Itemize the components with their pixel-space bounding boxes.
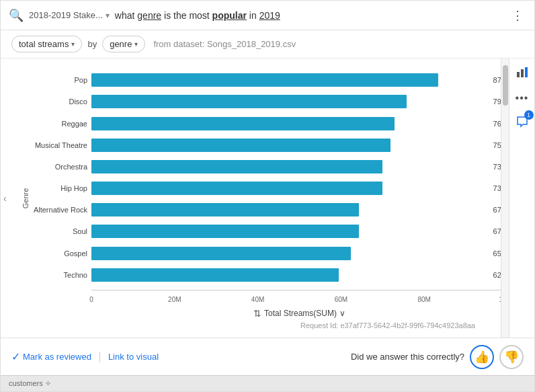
bar-label: Gospel [21, 249, 91, 258]
chart-area: Genre ‹ Pop87MDisco79MReggae76MMusical T… [1, 58, 534, 338]
table-row: Gospel65M [21, 244, 507, 263]
x-tick: 20M [168, 296, 181, 303]
thumbs-up-icon: 👍 [475, 350, 489, 364]
bar-track [91, 268, 491, 282]
bar-fill [91, 139, 390, 152]
table-row: Pop87M [21, 71, 507, 89]
header: 🔍 2018-2019 Stake... ▾ what genre is the… [1, 1, 534, 30]
bar-fill [91, 160, 382, 173]
bar-track [91, 117, 491, 130]
bar-label: Soul [21, 227, 91, 235]
sort-icon[interactable]: ⇅ [253, 308, 261, 319]
table-row: Alternative Rock67M [21, 200, 507, 219]
table-row: Techno62M [21, 266, 507, 284]
breadcrumb-chevron-icon: ▾ [106, 11, 110, 20]
bar-track [91, 139, 491, 152]
link-visual-button[interactable]: Link to visual [108, 352, 159, 362]
y-axis-label: Genre [22, 188, 30, 208]
query-popular: popular [212, 10, 247, 21]
footer-divider [99, 352, 100, 362]
bottom-strip-text: customers ✧ [9, 379, 51, 388]
bar-track [91, 225, 491, 238]
query-text-suffix: in [247, 10, 259, 21]
bar-track [91, 160, 491, 173]
chart-wrapper: Genre ‹ Pop87MDisco79MReggae76MMusical T… [1, 58, 534, 338]
toolbar-by-label: by [87, 39, 97, 49]
footer-left: ✓ Mark as reviewed Link to visual [11, 350, 159, 363]
bottom-strip: customers ✧ [1, 375, 534, 391]
footer-right: Did we answer this correctly? 👍 👎 [351, 345, 524, 369]
query-genre: genre [137, 10, 161, 21]
table-row: Musical Theatre75M [21, 136, 507, 155]
x-tick: 40M [251, 296, 264, 303]
search-icon: 🔍 [9, 8, 24, 23]
table-row: Reggae76M [21, 114, 507, 133]
scrollbar-thumb[interactable] [503, 65, 508, 106]
comment-icon[interactable]: 1 [513, 112, 532, 134]
bar-label: Pop [21, 76, 91, 84]
bar-label: Techno [21, 271, 91, 279]
bar-label: Disco [21, 97, 91, 106]
chart-inner: Pop87MDisco79MReggae76MMusical Theatre75… [21, 65, 507, 320]
breadcrumb: 2018-2019 Stake... ▾ [29, 10, 110, 20]
x-tick: 80M [417, 296, 430, 303]
bar-fill [91, 182, 382, 195]
metric-caret-icon: ▾ [71, 40, 75, 48]
bar-label: Alternative Rock [21, 206, 91, 214]
thumbs-up-button[interactable]: 👍 [470, 345, 494, 369]
dimension-label: genre [110, 39, 132, 49]
svg-rect-2 [525, 67, 528, 77]
bar-fill [91, 247, 351, 260]
metric-dropdown[interactable]: total streams ▾ [11, 36, 82, 52]
x-axis-label: ⇅ Total Streams(SUM) ∨ [253, 308, 345, 319]
table-row: Soul67M [21, 222, 507, 241]
comment-badge: 1 [524, 110, 534, 120]
svg-rect-1 [521, 69, 524, 77]
bar-track [91, 182, 491, 195]
x-axis-label-container: ⇅ Total Streams(SUM) ∨ [91, 305, 507, 320]
collapse-toggle[interactable]: ‹ [3, 193, 7, 204]
bar-track [91, 247, 491, 260]
footer: ✓ Mark as reviewed Link to visual Did we… [1, 338, 534, 375]
query-text-prefix: what [115, 10, 137, 21]
query-year: 2019 [259, 10, 280, 21]
chart-icon[interactable] [513, 64, 531, 84]
x-tick: 60M [335, 296, 347, 303]
bar-fill [91, 73, 438, 87]
thumbs-down-icon: 👎 [504, 350, 519, 364]
table-row: Disco79M [21, 92, 507, 111]
table-row: Hip Hop73M [21, 179, 507, 198]
side-panel: ••• 1 [509, 58, 534, 338]
query-text-middle: is the most [161, 10, 212, 21]
metric-label: total streams [19, 39, 69, 49]
dataset-label: from dataset: Songs_2018_2019.csv [153, 39, 296, 49]
bars-container: Pop87MDisco79MReggae76MMusical Theatre75… [21, 65, 507, 290]
check-icon: ✓ [11, 350, 20, 363]
bar-fill [91, 268, 339, 282]
main-container: 🔍 2018-2019 Stake... ▾ what genre is the… [0, 0, 535, 392]
toolbar: total streams ▾ by genre ▾ from dataset:… [1, 30, 534, 58]
bar-label: Reggae [21, 120, 91, 128]
bar-track [91, 73, 491, 87]
x-tick: 0 [89, 296, 93, 303]
thumbs-down-button[interactable]: 👎 [499, 345, 524, 369]
x-axis-chevron-icon: ∨ [339, 309, 345, 318]
scrollbar[interactable] [501, 58, 509, 338]
bar-label: Orchestra [21, 163, 91, 171]
breadcrumb-link[interactable]: 2018-2019 Stake... [29, 10, 103, 20]
x-axis-line [91, 290, 507, 290]
bar-fill [91, 95, 407, 108]
more-dots-icon[interactable]: ••• [513, 89, 532, 107]
svg-rect-0 [517, 72, 520, 77]
more-options-button[interactable]: ⋮ [509, 5, 526, 26]
dimension-caret-icon: ▾ [134, 40, 138, 48]
x-axis: 020M40M60M80M100M [91, 293, 507, 305]
answer-question-label: Did we answer this correctly? [351, 352, 464, 362]
bar-fill [91, 117, 395, 130]
bar-track [91, 95, 491, 108]
table-row: Orchestra73M [21, 157, 507, 176]
bar-fill [91, 203, 359, 217]
mark-reviewed-button[interactable]: Mark as reviewed [23, 352, 91, 362]
dimension-dropdown[interactable]: genre ▾ [102, 36, 145, 52]
bar-label: Hip Hop [21, 184, 91, 192]
